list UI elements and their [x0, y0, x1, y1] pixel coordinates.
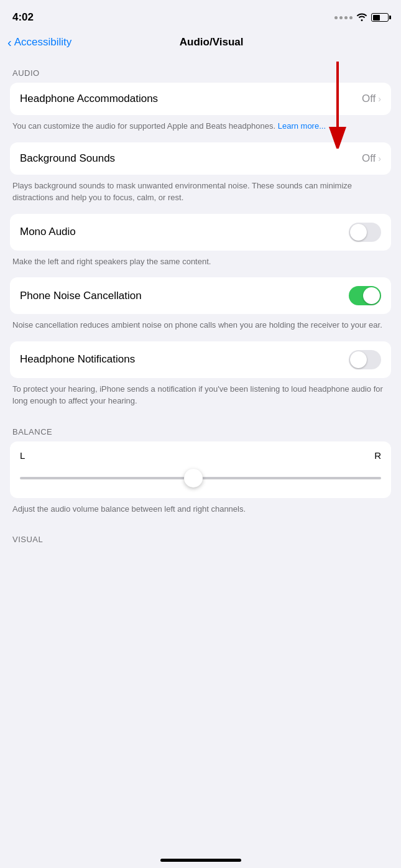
headphone-notifications-label: Headphone Notifications	[20, 353, 135, 366]
home-indicator	[160, 859, 241, 862]
back-chevron-icon: ‹	[7, 36, 12, 48]
headphone-notifications-description: To protect your hearing, iPhone sends a …	[0, 378, 401, 417]
status-icons	[334, 12, 389, 23]
visual-section-label: VISUAL	[0, 525, 401, 549]
balance-slider[interactable]	[20, 467, 381, 489]
phone-noise-cancellation-card: Phone Noise Cancellation	[10, 277, 391, 314]
mono-audio-toggle[interactable]	[349, 223, 381, 242]
phone-noise-cancellation-row[interactable]: Phone Noise Cancellation	[10, 277, 391, 314]
headphone-notifications-row[interactable]: Headphone Notifications	[10, 341, 391, 378]
headphone-notifications-toggle[interactable]	[349, 350, 381, 369]
headphone-notifications-card: Headphone Notifications	[10, 341, 391, 378]
battery-icon	[371, 13, 389, 22]
balance-card: L R	[10, 441, 391, 498]
headphone-notifications-toggle-thumb	[350, 351, 367, 368]
mono-audio-toggle-thumb	[350, 224, 367, 241]
chevron-right-icon: ›	[378, 94, 381, 104]
page-title: Audio/Visual	[180, 36, 281, 48]
mono-audio-row[interactable]: Mono Audio	[10, 214, 391, 251]
balance-lr: L R	[20, 450, 381, 461]
background-sounds-value: Off ›	[362, 152, 381, 165]
slider-track	[20, 477, 381, 479]
mono-audio-label: Mono Audio	[20, 226, 76, 238]
back-button[interactable]: ‹ Accessibility	[7, 36, 71, 48]
mono-audio-description: Make the left and right speakers play th…	[0, 251, 401, 278]
phone-noise-cancellation-label: Phone Noise Cancellation	[20, 290, 142, 302]
back-label: Accessibility	[14, 36, 72, 48]
mono-audio-card: Mono Audio	[10, 214, 391, 251]
wifi-icon	[356, 12, 367, 23]
phone-noise-cancellation-toggle-thumb	[363, 287, 380, 304]
balance-section-label: BALANCE	[0, 417, 401, 441]
chevron-right-icon: ›	[378, 154, 381, 164]
background-sounds-label: Background Sounds	[20, 152, 115, 165]
phone-noise-cancellation-description: Noise cancellation reduces ambient noise…	[0, 314, 401, 341]
background-sounds-section: Background Sounds Off ›	[0, 142, 401, 175]
status-bar: 4:02	[0, 0, 401, 31]
red-arrow-annotation	[319, 62, 356, 149]
nav-bar: ‹ Accessibility Audio/Visual	[0, 31, 401, 58]
signal-icon	[334, 16, 353, 19]
headphone-accommodations-label: Headphone Accommodations	[20, 93, 158, 105]
slider-thumb	[184, 469, 203, 487]
balance-right-label: R	[374, 450, 381, 461]
background-sounds-description: Plays background sounds to mask unwanted…	[0, 175, 401, 214]
headphone-accommodations-value: Off ›	[362, 93, 381, 105]
balance-description: Adjust the audio volume balance between …	[0, 498, 401, 525]
phone-noise-cancellation-toggle[interactable]	[349, 286, 381, 305]
balance-left-label: L	[20, 450, 25, 461]
status-time: 4:02	[12, 11, 34, 24]
